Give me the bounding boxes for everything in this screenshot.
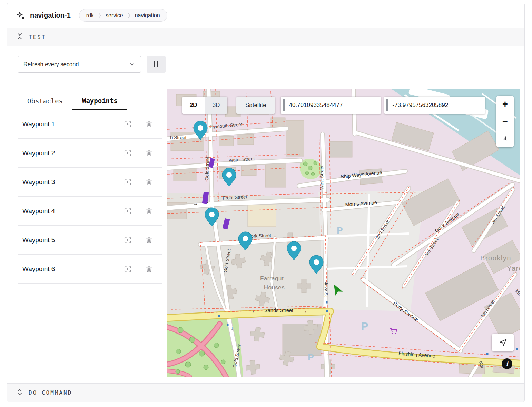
waypoint-row: Waypoint 2 [18,139,162,168]
focus-waypoint-button[interactable] [124,178,131,186]
oneway-arrow: ↓ [231,325,234,331]
oneway-arrow: ← [252,308,257,314]
place-label-brooklyn: Brooklyn [480,254,511,262]
map-mode-toggle: 2D 3D [182,97,227,114]
focus-icon [124,120,131,128]
refresh-rate-select[interactable]: Refresh every second [18,56,141,73]
waypoint-label: Waypoint 4 [22,207,110,215]
breadcrumb-service[interactable]: service [106,12,123,19]
delete-waypoint-button[interactable] [145,265,153,273]
delete-waypoint-button[interactable] [145,236,153,244]
zoom-out-button[interactable]: − [496,113,514,130]
trash-icon [145,236,153,244]
zoom-in-button[interactable]: + [496,96,514,113]
focus-waypoint-button[interactable] [124,120,131,128]
waypoint-row: Waypoint 1 [18,110,162,139]
place-label-farragut: Houses [264,284,285,291]
focus-icon [124,236,131,244]
breadcrumb-navigation[interactable]: navigation [135,12,160,19]
pause-icon [153,61,159,68]
app-viewport: navigation-1 rdk service navigation TEST… [0,0,532,407]
street-label-navy: Navy St [324,280,329,297]
satellite-button[interactable]: Satellite [236,97,275,114]
compass-needle-icon [500,134,510,143]
navigation-map[interactable]: P P P → → ← → ↓ Plym [167,89,520,377]
waypoint-label: Waypoint 1 [22,120,110,128]
street-label-sands: Sands Street [264,308,293,313]
waypoint-label: Waypoint 5 [22,236,110,244]
latitude-value: 40.70109335484477 [289,102,343,109]
map-info-button[interactable]: i [502,358,512,369]
delete-waypoint-button[interactable] [145,120,153,128]
refresh-rate-value: Refresh every second [23,61,79,68]
field-accent-bar [386,99,388,111]
field-accent-bar [283,99,285,111]
trash-icon [145,178,153,186]
pause-refresh-button[interactable] [147,56,166,73]
waypoint-row: Waypoint 5 [18,226,162,255]
oneway-arrow: → [193,200,198,207]
waypoint-row: Waypoint 6 [18,255,162,284]
map-toolbar: 2D 3D Satellite 40.70109335484477 -73.97… [182,97,485,114]
focus-waypoint-button[interactable] [124,149,131,157]
map-2d-button[interactable]: 2D [182,97,205,114]
waypoint-list: Waypoint 1Waypoint 2Waypoint 3Waypoint 4… [18,110,162,284]
waypoint-label: Waypoint 2 [22,149,110,157]
parking-glyph: P [337,225,343,236]
expand-icon [17,389,22,397]
trash-icon [145,149,153,157]
street-label-west: West Street [319,166,324,190]
focus-icon [124,207,131,215]
waypoint-row: Waypoint 4 [18,197,162,226]
refresh-toolbar: Refresh every second [7,46,524,89]
place-label-farragut: Farragut [260,275,284,282]
longitude-field[interactable]: -73.97957563205892 [384,97,485,114]
longitude-value: -73.97957563205892 [392,102,448,109]
street-label-partial: h Street [170,135,187,140]
trash-icon [145,265,153,273]
do-command-label: DO COMMAND [29,389,72,396]
latitude-field[interactable]: 40.70109335484477 [281,97,381,114]
breadcrumb: rdk service navigation [79,9,167,22]
card-header: navigation-1 rdk service navigation [7,3,524,28]
navigation-service-card: navigation-1 rdk service navigation TEST… [7,3,525,402]
test-section-bar[interactable]: TEST [7,28,524,46]
oneway-arrow: → [302,308,307,314]
tab-obstacles[interactable]: Obstacles [18,93,72,110]
focus-icon [124,265,131,273]
test-panel-body: Obstacles Waypoints Waypoint 1Waypoint 2… [7,89,524,377]
collapse-icon [17,33,22,41]
navigation-arrow-icon [499,338,508,347]
waypoint-label: Waypoint 3 [22,178,110,186]
chevron-down-icon [129,61,135,68]
navigation-service-icon [16,11,25,20]
locate-button[interactable] [492,334,514,351]
focus-icon [124,178,131,186]
trash-icon [145,120,153,128]
place-label-yard: Yard [507,265,520,272]
map-feature-tabs: Obstacles Waypoints [18,89,162,110]
tab-waypoints[interactable]: Waypoints [72,93,127,110]
page-title: navigation-1 [30,11,71,19]
waypoint-row: Waypoint 3 [18,168,162,197]
parking-glyph: P [361,320,368,332]
focus-waypoint-button[interactable] [124,265,131,273]
breadcrumb-rdk[interactable]: rdk [86,12,94,19]
compass-button[interactable] [496,130,514,147]
map-3d-button[interactable]: 3D [205,97,227,114]
map-zoom-controls: + − [496,96,514,147]
waypoint-label: Waypoint 6 [22,265,110,273]
trash-icon [145,207,153,215]
test-section-label: TEST [29,34,46,40]
chevron-right-icon [98,13,101,18]
street-label-gold: Gold Street [204,157,210,180]
delete-waypoint-button[interactable] [145,178,153,186]
do-command-section-bar[interactable]: DO COMMAND [7,383,524,402]
focus-waypoint-button[interactable] [124,236,131,244]
focus-icon [124,149,131,157]
delete-waypoint-button[interactable] [145,149,153,157]
delete-waypoint-button[interactable] [145,207,153,215]
map-container: P P P → → ← → ↓ Plym [167,89,520,377]
waypoints-panel: Obstacles Waypoints Waypoint 1Waypoint 2… [18,89,162,284]
focus-waypoint-button[interactable] [124,207,131,215]
